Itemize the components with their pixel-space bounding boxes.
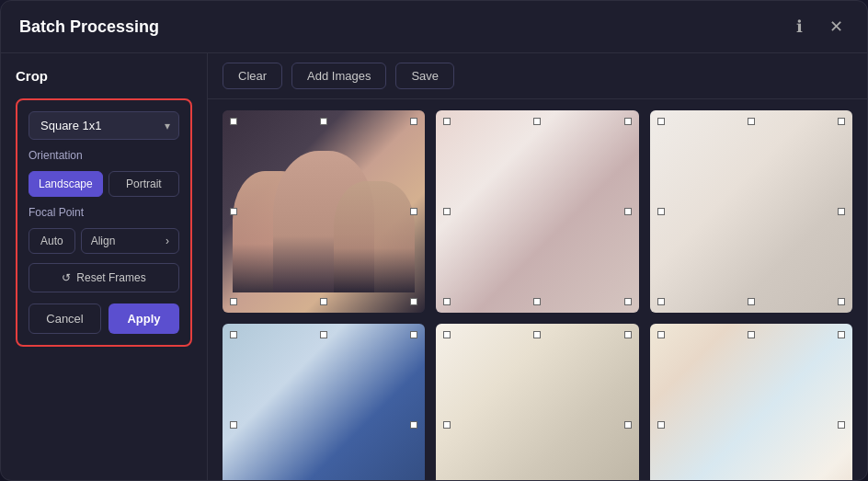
crop-handle-ml[interactable] — [443, 421, 451, 429]
crop-handle-ml[interactable] — [657, 208, 665, 215]
crop-handle-tr[interactable] — [624, 331, 632, 338]
image-item-4[interactable] — [223, 324, 425, 480]
focal-auto-button[interactable]: Auto — [29, 228, 75, 254]
image-item-1[interactable] — [223, 110, 425, 313]
crop-handle-ml[interactable] — [230, 208, 237, 215]
focal-align-button[interactable]: Align › — [81, 228, 179, 254]
modal-header: Batch Processing ℹ ✕ — [1, 1, 867, 53]
landscape-button[interactable]: Landscape — [29, 171, 103, 197]
crop-handle-mr[interactable] — [838, 208, 845, 215]
image-placeholder-2 — [436, 110, 638, 313]
info-button[interactable]: ℹ — [786, 14, 812, 40]
add-images-button[interactable]: Add Images — [291, 63, 386, 89]
crop-handle-tm[interactable] — [533, 331, 541, 338]
crop-handle-tr[interactable] — [410, 118, 417, 125]
crop-handle-ml[interactable] — [443, 208, 451, 215]
crop-handle-tr[interactable] — [838, 118, 845, 125]
crop-handle-tr[interactable] — [410, 331, 417, 338]
reset-label: Reset Frames — [76, 271, 145, 284]
image-placeholder-6 — [650, 324, 852, 480]
crop-handle-mr[interactable] — [624, 421, 632, 429]
portrait-button[interactable]: Portrait — [108, 171, 179, 197]
focal-controls: Auto Align › — [29, 228, 179, 254]
clear-button[interactable]: Clear — [223, 63, 282, 89]
reset-frames-button[interactable]: ↺ Reset Frames — [29, 263, 179, 292]
header-icons: ℹ ✕ — [786, 14, 849, 40]
image-placeholder-1 — [223, 110, 425, 313]
crop-handle-bl[interactable] — [657, 298, 665, 305]
crop-handle-ml[interactable] — [230, 421, 237, 429]
crop-handle-ml[interactable] — [657, 421, 665, 429]
crop-handle-tl[interactable] — [657, 118, 665, 125]
reset-icon: ↺ — [62, 271, 71, 284]
main-content: Clear Add Images Save — [208, 53, 867, 480]
image-placeholder-5 — [436, 324, 638, 480]
focal-align-chevron: › — [166, 235, 169, 247]
crop-handle-tl[interactable] — [230, 331, 237, 338]
close-button[interactable]: ✕ — [823, 14, 849, 40]
crop-handle-tm[interactable] — [748, 331, 755, 338]
orientation-group: Orientation Landscape Portrait — [29, 149, 179, 197]
crop-ratio-wrapper: Square 1x1 16:9 4:3 3:2 Custom ▾ — [29, 111, 179, 140]
save-button[interactable]: Save — [395, 63, 454, 89]
orientation-label: Orientation — [29, 149, 179, 162]
image-item-2[interactable] — [436, 110, 638, 313]
crop-handle-bl[interactable] — [443, 298, 451, 305]
image-placeholder-3 — [650, 110, 852, 313]
crop-handle-tl[interactable] — [443, 331, 451, 338]
focal-point-group: Focal Point Auto Align › — [29, 206, 179, 254]
crop-handle-mr[interactable] — [838, 421, 845, 429]
crop-handle-tm[interactable] — [533, 118, 541, 125]
crop-handle-br[interactable] — [410, 298, 417, 305]
image-item-3[interactable] — [650, 110, 852, 313]
crop-handle-tl[interactable] — [230, 118, 237, 125]
image-item-5[interactable] — [436, 324, 638, 480]
orientation-btn-group: Landscape Portrait — [29, 171, 179, 197]
focal-align-label: Align — [91, 235, 116, 247]
crop-handle-mr[interactable] — [410, 208, 417, 215]
focal-point-label: Focal Point — [29, 206, 179, 219]
crop-handle-bm[interactable] — [533, 298, 541, 305]
crop-handle-tr[interactable] — [624, 118, 632, 125]
crop-handle-br[interactable] — [838, 298, 845, 305]
crop-handle-bl[interactable] — [230, 298, 237, 305]
crop-handle-mr[interactable] — [410, 421, 417, 429]
crop-handle-tm[interactable] — [320, 118, 327, 125]
images-grid-container[interactable] — [208, 99, 867, 480]
sidebar: Crop Square 1x1 16:9 4:3 3:2 Custom ▾ Or… — [1, 53, 208, 480]
images-grid — [223, 110, 852, 480]
crop-ratio-select[interactable]: Square 1x1 16:9 4:3 3:2 Custom — [29, 111, 179, 140]
crop-handle-tm[interactable] — [748, 118, 755, 125]
toolbar: Clear Add Images Save — [208, 53, 867, 99]
batch-processing-modal: Batch Processing ℹ ✕ Crop Square 1x1 16:… — [0, 0, 868, 481]
cancel-button[interactable]: Cancel — [29, 303, 101, 334]
apply-button[interactable]: Apply — [108, 303, 179, 334]
crop-handle-bm[interactable] — [320, 298, 327, 305]
image-item-6[interactable] — [650, 324, 852, 480]
crop-handle-mr[interactable] — [624, 208, 632, 215]
crop-panel: Square 1x1 16:9 4:3 3:2 Custom ▾ Orienta… — [16, 98, 192, 347]
crop-handle-tm[interactable] — [320, 331, 327, 338]
sidebar-section-title: Crop — [16, 68, 192, 84]
image-placeholder-4 — [223, 324, 425, 480]
modal-body: Crop Square 1x1 16:9 4:3 3:2 Custom ▾ Or… — [1, 53, 867, 480]
crop-handle-tr[interactable] — [838, 331, 845, 338]
crop-handle-tl[interactable] — [657, 331, 665, 338]
action-group: Cancel Apply — [29, 303, 179, 334]
crop-handle-br[interactable] — [624, 298, 632, 305]
crop-handle-tl[interactable] — [443, 118, 451, 125]
crop-handle-bm[interactable] — [748, 298, 755, 305]
modal-title: Batch Processing — [19, 17, 159, 37]
